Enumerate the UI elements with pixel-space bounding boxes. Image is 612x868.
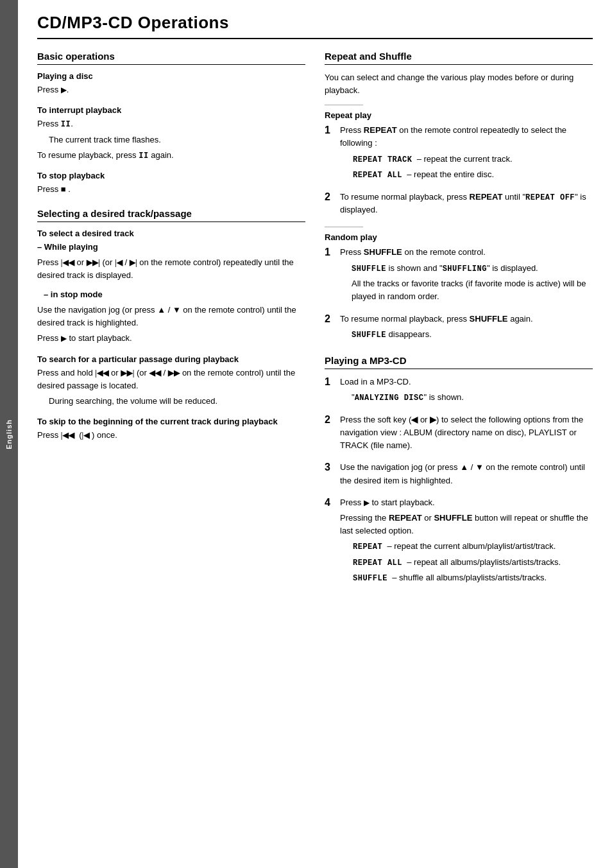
next-hold: ▶▶| — [121, 369, 134, 378]
random-num-1: 1 — [325, 246, 335, 306]
prev-hold: |◀◀ — [95, 369, 108, 378]
search-heading: To search for a particular passage durin… — [37, 354, 305, 364]
pause-symbol-2: II — [139, 152, 148, 161]
search-text2: During searching, the volume will be red… — [49, 395, 305, 408]
mp3-num-3: 3 — [325, 461, 335, 489]
repeat-shuffle-title: Repeat and Shuffle — [325, 51, 593, 65]
down-sym: ▼ — [173, 305, 181, 315]
repeat-off-sym: REPEAT OFF — [525, 193, 575, 202]
skip-text: Press |◀◀ (|◀ ) once. — [37, 429, 305, 442]
interrupt-heading: To interrupt playback — [37, 105, 305, 115]
ffd-sym: ▶▶ — [168, 369, 180, 378]
shuffle-btn-2: SHUFFLE — [470, 314, 508, 324]
repeat-btn-2: REPEAT — [470, 192, 503, 202]
prev-single: |◀ — [115, 258, 123, 267]
mp3-item-1: 1 Load in a MP3-CD. "ANALYZING DISC" is … — [325, 376, 593, 407]
prev-symbol: |◀◀ — [61, 258, 74, 267]
mp3-cd-list: 1 Load in a MP3-CD. "ANALYZING DISC" is … — [325, 376, 593, 587]
repeat-num-2: 2 — [325, 191, 335, 220]
next-single: ▶| — [130, 258, 137, 267]
mp3-item-4: 4 Press ▶ to start playback. Pressing th… — [325, 496, 593, 587]
divider-1 — [325, 105, 363, 105]
mp3-item-1-content: Load in a MP3-CD. "ANALYZING DISC" is sh… — [340, 376, 593, 407]
analyzing-disc-text: "ANALYZING DISC" is shown. — [352, 391, 593, 404]
mp3-repeat-line: REPEAT – repeat the current album/playli… — [353, 540, 593, 553]
mp3-item-2: 2 Press the soft key (◀ or ▶) to select … — [325, 413, 593, 455]
repeat-play-list: 1 Press REPEAT on the remote control rep… — [325, 124, 593, 219]
pause-symbol: II — [61, 120, 71, 129]
basic-ops-title: Basic operations — [37, 51, 305, 65]
random-play-list: 1 Press SHUFFLE on the remote control. S… — [325, 246, 593, 343]
next-symbol: ▶▶| — [87, 258, 100, 267]
up-sym-3: ▲ — [460, 462, 468, 472]
repeat-item-1-text: Press REPEAT on the remote control repea… — [340, 124, 593, 150]
random-play-title: Random play — [325, 232, 593, 242]
play-sym-2: ▶ — [61, 334, 67, 343]
repeat-track-sym: REPEAT TRACK — [353, 155, 412, 164]
while-playing-sub: – While playing — [37, 241, 305, 254]
shuffle-ref: SHUFFLE — [434, 513, 472, 523]
random-item-1-content: Press SHUFFLE on the remote control. SHU… — [340, 246, 593, 306]
shuffle-sym: SHUFFLE — [352, 265, 386, 273]
shuffle-btn-1: SHUFFLE — [364, 247, 402, 257]
repeat-shuffle-intro: You can select and change the various pl… — [325, 71, 593, 97]
basic-operations-section: Basic operations Playing a disc Press ▶.… — [37, 51, 305, 196]
shuffle-disappears: SHUFFLE disappears. — [352, 328, 593, 342]
repeat-num-1: 1 — [325, 124, 335, 184]
play-symbol: ▶ — [61, 85, 67, 94]
right-column: Repeat and Shuffle You can select and ch… — [325, 51, 593, 599]
repeat-ref: REPEAT — [389, 513, 422, 523]
interrupt-line3: To resume playback, press II again. — [37, 149, 305, 162]
selecting-section: Selecting a desired track/passage To sel… — [37, 208, 305, 442]
stop-mode-sub: – in stop mode — [44, 288, 305, 301]
mp3-shuffle-sym: SHUFFLE — [353, 574, 387, 583]
mp3-cd-title: Playing a MP3-CD — [325, 355, 593, 369]
interrupt-line2: The current track time flashes. — [49, 134, 305, 146]
stop-symbol: ■ — [61, 184, 66, 194]
repeat-play-item-2: 2 To resume normal playback, press REPEA… — [325, 191, 593, 220]
page-wrapper: English CD/MP3-CD Operations Basic opera… — [0, 0, 612, 868]
play-sym-4: ▶ — [364, 498, 370, 507]
repeat-item-1-content: Press REPEAT on the remote control repea… — [340, 124, 593, 184]
mp3-item-3-text: Use the navigation jog (or press ▲ / ▼ o… — [340, 461, 593, 487]
random-item-2-content: To resume normal playback, press SHUFFLE… — [340, 313, 593, 344]
left-column: Basic operations Playing a disc Press ▶.… — [37, 51, 305, 599]
random-item-2: 2 To resume normal playback, press SHUFF… — [325, 313, 593, 344]
repeat-item-2-text: To resume normal playback, press REPEAT … — [340, 191, 593, 217]
selecting-title: Selecting a desired track/passage — [37, 208, 305, 222]
stop-text: Press ■ . — [37, 183, 305, 196]
shuffle-sym-2: SHUFFLE — [352, 331, 386, 340]
repeat-btn-label: REPEAT — [364, 125, 397, 135]
stop-heading: To stop playback — [37, 171, 305, 180]
repeat-shuffle-section: Repeat and Shuffle You can select and ch… — [325, 51, 593, 343]
random-item-2-text: To resume normal playback, press SHUFFLE… — [340, 313, 593, 326]
playing-disc-heading: Playing a disc — [37, 71, 305, 81]
soft-right: ▶ — [430, 415, 436, 424]
mp3-repeat-sym: REPEAT — [353, 542, 382, 551]
repeat-item-2-content: To resume normal playback, press REPEAT … — [340, 191, 593, 220]
random-num-2: 2 — [325, 313, 335, 344]
sidebar: English — [0, 0, 18, 868]
skip-heading: To skip to the beginning of the current … — [37, 417, 305, 426]
search-text: Press and hold |◀◀ or ▶▶| (or ◀◀ / ▶▶ on… — [37, 367, 305, 392]
mp3-item-4-text: Press ▶ to start playback. — [340, 496, 593, 509]
mp3-item-1-text: Load in a MP3-CD. — [340, 376, 593, 388]
mp3-item-3: 3 Use the navigation jog (or press ▲ / ▼… — [325, 461, 593, 489]
repeat-all-line: REPEAT ALL – repeat the entire disc. — [353, 168, 593, 182]
repeat-play-item-1: 1 Press REPEAT on the remote control rep… — [325, 124, 593, 184]
sidebar-label: English — [5, 419, 13, 449]
playing-disc-text: Press ▶. — [37, 83, 305, 96]
down-sym-3: ▼ — [475, 462, 484, 472]
mp3-item-4-extra: Pressing the REPEAT or SHUFFLE button wi… — [340, 512, 593, 537]
mp3-num-2: 2 — [325, 413, 335, 455]
divider-2 — [325, 227, 363, 227]
random-item-1: 1 Press SHUFFLE on the remote control. S… — [325, 246, 593, 306]
mp3-num-4: 4 — [325, 496, 335, 587]
shuffle-info-text: All the tracks or favorite tracks (if fa… — [352, 277, 593, 303]
mp3-item-2-text: Press the soft key (◀ or ▶) to select th… — [340, 413, 593, 452]
soft-left: ◀ — [411, 415, 418, 424]
mp3-repeat-all-sym: REPEAT ALL — [353, 559, 402, 568]
random-item-1-text: Press SHUFFLE on the remote control. — [340, 246, 593, 259]
repeat-all-sym: REPEAT ALL — [353, 171, 402, 180]
rew-sym: ◀◀ — [149, 369, 160, 378]
